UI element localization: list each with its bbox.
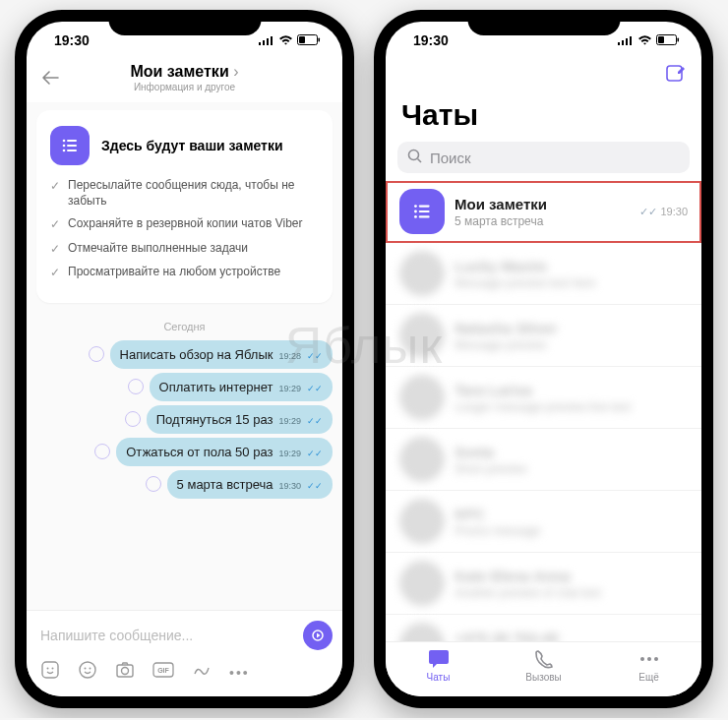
avatar	[399, 623, 445, 641]
phone-left: 19:30 Мои заметки › Информация и другое	[15, 10, 354, 708]
doodle-icon[interactable]	[192, 660, 212, 685]
svg-point-20	[90, 668, 91, 670]
svg-point-37	[414, 210, 417, 213]
task-checkbox[interactable]	[146, 476, 161, 492]
compose-input[interactable]: Напишите сообщение...	[36, 628, 297, 643]
tab-calls[interactable]: Вызовы	[491, 648, 596, 683]
message-time: 19:29	[278, 416, 301, 426]
task-checkbox[interactable]	[94, 444, 110, 459]
svg-point-18	[80, 662, 95, 678]
check-icon: ✓	[50, 216, 60, 232]
chat-item-blurred[interactable]: Natasha StiverMessage preview	[386, 305, 701, 367]
task-checkbox[interactable]	[125, 411, 141, 427]
notes-avatar-icon	[399, 189, 445, 234]
nav-title-block[interactable]: Мои заметки › Информация и другое	[64, 63, 305, 92]
phone-right: 19:30 Чаты Поиск Мои заметки	[374, 10, 713, 708]
message-bubble: Подтянуться 15 раз19:29✓✓	[147, 405, 333, 434]
signal-icon	[618, 32, 634, 48]
svg-rect-21	[117, 665, 133, 677]
svg-rect-30	[658, 36, 664, 43]
message-time: 19:29	[278, 384, 301, 393]
message-row[interactable]: Подтянуться 15 раз19:29✓✓	[125, 405, 333, 434]
message-time: 19:28	[278, 351, 301, 361]
message-row[interactable]: Написать обзор на Яблык19:28✓✓	[89, 340, 333, 369]
chat-item-blurred[interactable]: Kate Elena AnnaAnother preview of chat t…	[386, 553, 701, 615]
chats-icon	[426, 648, 452, 670]
svg-rect-3	[271, 36, 273, 45]
svg-rect-26	[622, 40, 624, 45]
message-text: Написать обзор на Яблык	[120, 347, 273, 362]
check-icon: ✓	[50, 178, 60, 194]
chat-item-blurred[interactable]: +375 29 753-45Last line preview blurred	[386, 615, 701, 641]
svg-point-35	[414, 205, 417, 208]
task-checkbox[interactable]	[128, 379, 144, 394]
intro-text: Пересылайте сообщения сюда, чтобы не заб…	[68, 177, 319, 209]
chat-item-blurred[interactable]: Lucky MaximMessage preview text here	[386, 243, 701, 305]
gif-icon[interactable]: GIF	[152, 662, 174, 683]
chat-item-blurred[interactable]: SvetaShort preview	[386, 429, 701, 491]
message-time: 19:30	[278, 481, 301, 491]
compose-button[interactable]	[664, 63, 686, 89]
read-ticks-icon: ✓✓	[639, 206, 657, 218]
message-row[interactable]: 5 марта встреча19:30✓✓	[146, 470, 333, 499]
read-ticks-icon: ✓✓	[307, 416, 323, 426]
read-ticks-icon: ✓✓	[307, 481, 323, 491]
camera-icon[interactable]	[115, 660, 135, 685]
chat-name: Мои заметки	[455, 196, 630, 212]
svg-rect-2	[267, 38, 269, 45]
wifi-icon	[278, 32, 293, 48]
svg-point-9	[63, 145, 66, 148]
chat-item-blurred[interactable]: Tara LarisaLonger message preview line t…	[386, 367, 701, 429]
read-ticks-icon: ✓✓	[307, 351, 323, 361]
more-icon[interactable]: •••	[229, 665, 250, 681]
status-time: 19:30	[54, 32, 90, 48]
intro-line: ✓Отмечайте выполненные задачи	[50, 240, 319, 257]
emoji-icon[interactable]	[78, 660, 97, 685]
svg-rect-0	[259, 42, 261, 45]
chat-time: 19:30	[660, 206, 688, 217]
chat-meta: ✓✓ 19:30	[639, 206, 688, 218]
search-icon	[407, 149, 422, 166]
svg-point-16	[47, 668, 49, 670]
svg-point-33	[409, 150, 419, 160]
day-label: Сегодня	[36, 321, 333, 332]
tab-more[interactable]: Ещё	[596, 648, 701, 683]
battery-icon	[297, 32, 321, 48]
message-text: Оплатить интернет	[159, 380, 273, 394]
wifi-icon	[637, 32, 652, 48]
avatar	[399, 499, 445, 544]
svg-point-42	[647, 657, 651, 661]
screen-left: 19:30 Мои заметки › Информация и другое	[27, 22, 342, 696]
check-icon: ✓	[50, 241, 60, 257]
svg-line-34	[418, 159, 422, 163]
svg-rect-6	[319, 38, 321, 42]
svg-rect-38	[419, 210, 430, 212]
chevron-right-icon: ›	[233, 63, 238, 80]
task-checkbox[interactable]	[89, 346, 104, 362]
svg-rect-8	[67, 140, 77, 142]
svg-rect-28	[630, 36, 632, 45]
sticker-icon[interactable]	[40, 660, 60, 685]
svg-rect-12	[67, 150, 77, 151]
svg-rect-5	[299, 36, 305, 43]
message-bubble: Оплатить интернет19:29✓✓	[150, 373, 333, 401]
message-row[interactable]: Отжаться от пола 50 раз19:29✓✓	[94, 438, 333, 466]
back-button[interactable]	[40, 70, 64, 86]
avatar	[399, 437, 445, 482]
chat-item-blurred[interactable]: KFCPromo message	[386, 491, 701, 553]
svg-rect-15	[42, 662, 58, 678]
message-row[interactable]: Оплатить интернет19:29✓✓	[128, 373, 333, 401]
intro-line: ✓Сохраняйте в резервной копии чатов Vibe…	[50, 215, 319, 232]
svg-rect-36	[419, 205, 430, 207]
search-input[interactable]: Поиск	[397, 142, 690, 173]
message-text: Подтянуться 15 раз	[156, 412, 273, 427]
tab-chats[interactable]: Чаты	[386, 648, 491, 683]
send-button[interactable]	[303, 621, 333, 650]
chat-item-my-notes[interactable]: Мои заметки 5 марта встреча ✓✓ 19:30	[386, 181, 701, 243]
svg-rect-40	[419, 215, 430, 217]
intro-card: Здесь будут ваши заметки ✓Пересылайте со…	[36, 110, 333, 303]
nav-subtitle: Информация и другое	[64, 82, 305, 92]
svg-point-19	[85, 668, 87, 670]
svg-rect-10	[67, 145, 77, 147]
composer-toolbar: GIF •••	[36, 658, 333, 687]
